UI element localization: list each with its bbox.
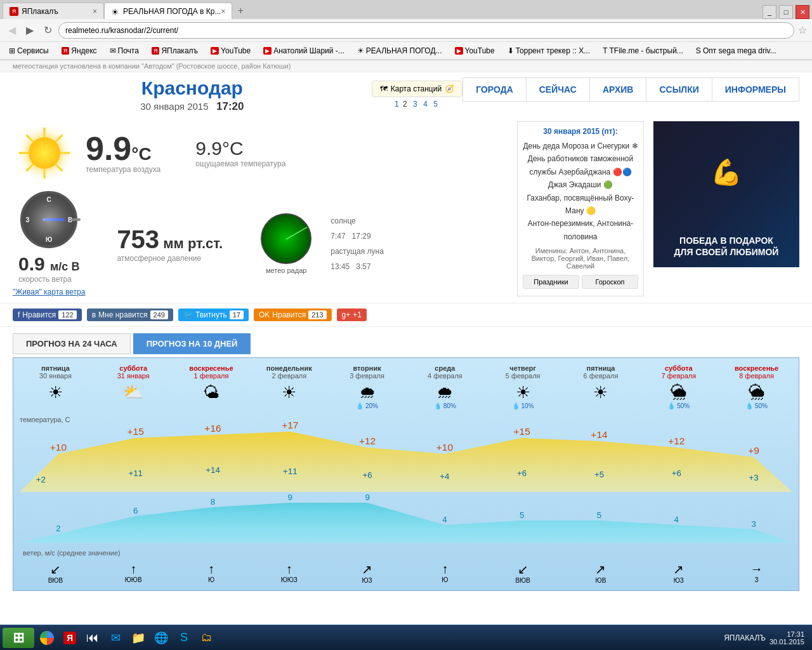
bookmark-yaplakat[interactable]: Я ЯПлакалъ [148, 45, 202, 56]
taskbar-chrome[interactable] [37, 628, 57, 648]
taskbar-explorer[interactable]: 🌐 [151, 628, 171, 648]
map-stations-button[interactable]: 🗺 Карта станций 🧭 [372, 81, 462, 97]
tab-24h[interactable]: ПРОГНОЗ НА 24 ЧАСА [13, 333, 131, 354]
tab-favicon-1: Я [10, 7, 18, 16]
taskbar-prev[interactable]: ⏮ [82, 628, 103, 648]
name-days: Именины: Антон, Антонина, Виктор, Георги… [523, 247, 638, 270]
skype-icon: S [180, 631, 188, 644]
wind-speed-value: 0.9 м/с В [18, 253, 79, 275]
wind-dir-3: ↑ ЮЮЗ [250, 562, 328, 584]
nav-now[interactable]: СЕЙЧАС [527, 78, 590, 101]
tab-close-1[interactable]: × [93, 7, 97, 16]
taskbar-files[interactable]: 🗂 [197, 628, 217, 648]
temp-chart-svg: +10 +15 +16 +17 +12 +10 +15 +14 +12 +9 +… [20, 409, 792, 492]
bookmark-realweather[interactable]: ☀ РЕАЛЬНАЯ ПОГОД... [353, 45, 446, 56]
back-button[interactable]: ◀ [5, 23, 19, 37]
sun-label: солнце [331, 213, 384, 229]
forecast-tabs: ПРОГНОЗ НА 24 ЧАСА ПРОГНОЗ НА 10 ДНЕЙ [13, 333, 799, 354]
nav-cities[interactable]: ГОРОДА [463, 78, 527, 101]
bookmark-youtube1[interactable]: ▶ YouTube [207, 45, 254, 56]
window-close[interactable]: ✕ [796, 5, 809, 19]
facebook-like[interactable]: f Нравится 122 [13, 308, 82, 321]
holidays-button[interactable]: Праздники [523, 275, 579, 289]
ad-image-bg: 💪 [653, 121, 799, 223]
radar-block: метео радар [235, 213, 311, 274]
address-bar[interactable] [58, 22, 794, 39]
ok-like[interactable]: OK Нравится 213 [254, 308, 332, 321]
city-header: Краснодар 30 января 2015 17:20 [13, 77, 372, 113]
taskbar-yandex[interactable]: Я [60, 628, 80, 648]
svg-text:+14: +14 [591, 430, 607, 440]
bookmark-tfile[interactable]: T TFile.me - быстрый... [599, 45, 687, 56]
start-button[interactable]: ⊞ [3, 628, 34, 648]
bookmark-star[interactable]: ☆ [798, 24, 807, 36]
bookmark-label-yt1: YouTube [221, 46, 251, 55]
start-icon: ⊞ [13, 630, 24, 646]
bookmark-label-rw: РЕАЛЬНАЯ ПОГОД... [366, 46, 442, 55]
feels-like-label: ощущаемая температура [195, 159, 285, 168]
wind-directions-row: ↙ ВЮВ ↑ ЮЮВ ↑ Ю ↑ ЮЮЗ ↗ ЮЗ ↑ Ю [16, 562, 796, 584]
fb-icon: f [18, 310, 20, 319]
window-minimize[interactable]: _ [763, 5, 776, 19]
icon-day-8: 🌦 [671, 383, 687, 402]
bookmark-shariy[interactable]: ▶ Анатолий Шарий -... [259, 45, 348, 56]
bookmark-torrent[interactable]: ⬇ Торрент трекер :: Х... [504, 45, 594, 56]
event-5: Антон-перезимник, Антонина-половина [523, 217, 638, 243]
bookmark-label-mail: Почта [118, 46, 139, 55]
icon-day-4: 🌧 [359, 383, 376, 402]
nav-informers[interactable]: ИНФОРМЕРЫ [712, 78, 799, 101]
weather-bottom: С Ю З В 0.9 м/с В [13, 191, 504, 296]
tab-close-2[interactable]: × [221, 7, 225, 16]
bookmark-yandex[interactable]: Я Яндекс [58, 45, 101, 56]
gplus-btn[interactable]: g+ +1 [337, 308, 367, 321]
svg-text:+6: +6 [363, 472, 372, 480]
event-4: Гаханбар, посвящённый Воху-Ману 🟡 [523, 192, 638, 218]
icon-day-9: 🌦 [749, 383, 765, 402]
bookmark-sega[interactable]: S Опт sega mega driv... [692, 45, 780, 56]
new-tab-button[interactable]: + [232, 3, 249, 19]
wind-block: 0.9 м/с В скорость ветра [18, 253, 79, 284]
folder-icon: 📁 [131, 631, 145, 645]
bookmark-mail[interactable]: ✉ Почта [106, 45, 143, 56]
icon-day-1: ⛅ [123, 383, 143, 402]
forecast-day-7: пятница 6 февраля [562, 364, 640, 380]
tab-yaplakat[interactable]: Я ЯПлакалъ × [3, 3, 104, 19]
taskbar-mail[interactable]: ✉ [105, 628, 126, 648]
reload-button[interactable]: ↻ [41, 23, 55, 37]
svg-text:+6: +6 [672, 470, 681, 478]
window-maximize[interactable]: □ [779, 5, 793, 19]
vk-like[interactable]: в Мне нравится 249 [87, 308, 173, 321]
tab-10days[interactable]: ПРОГНОЗ НА 10 ДНЕЙ [133, 333, 251, 354]
forward-button[interactable]: ▶ [23, 23, 37, 37]
bookmarks-bar: ⊞ Сервисы Я Яндекс ✉ Почта Я ЯПлакалъ ▶ … [0, 42, 812, 60]
forecast-section: ПРОГНОЗ НА 24 ЧАСА ПРОГНОЗ НА 10 ДНЕЙ [0, 327, 812, 357]
nav-archive[interactable]: АРХИВ [590, 78, 646, 101]
wind-speed-label: скорость ветра [18, 275, 79, 284]
svg-text:+15: +15 [514, 427, 530, 437]
taskbar-folder[interactable]: 📁 [128, 628, 148, 648]
nav-links[interactable]: ССЫЛКИ [646, 78, 712, 101]
city-name: Краснодар [141, 77, 243, 99]
ok-count: 213 [308, 310, 326, 319]
radar-display[interactable] [261, 213, 311, 264]
wind-map-link[interactable]: "Живая" карта ветра [13, 287, 85, 296]
event-3: Джая Экадаши 🟢 [523, 178, 638, 191]
tab-weather[interactable]: ☀ РЕАЛЬНАЯ ПОГОДА в Кр... × [104, 3, 232, 19]
ad-image[interactable]: 💪 ПОБЕДА В ПОДАРОКДЛЯ СВОЕЙ ЛЮБИМОЙ [653, 121, 799, 267]
bookmark-label-yandex: Яндекс [71, 46, 96, 55]
top-navigation: ГОРОДА СЕЙЧАС АРХИВ ССЫЛКИ ИНФОРМЕРЫ [462, 77, 799, 102]
taskbar-skype[interactable]: S [174, 628, 194, 648]
svg-text:+10: +10 [436, 443, 453, 453]
wind-dir-2: ↑ Ю [173, 562, 251, 584]
city-date: 30 января 2015 17:20 [140, 100, 244, 113]
wind-arrow-6: ↙ [518, 562, 528, 577]
tfile-favicon: T [603, 46, 607, 55]
bookmark-youtube2[interactable]: ▶ YouTube [451, 45, 499, 56]
bookmark-services[interactable]: ⊞ Сервисы [5, 45, 53, 56]
wind-arrow-5: ↑ [442, 562, 448, 576]
events-list: День деда Мороза и Снегурки ❄ День работ… [523, 140, 638, 243]
horoscope-button[interactable]: Гороскоп [582, 275, 638, 289]
twitter-btn[interactable]: 🐦 Твитнуть 17 [178, 308, 249, 321]
svg-text:4: 4 [442, 516, 447, 524]
forecast-icons-row: ☀ ⛅ 🌤 ☀ 🌧💧 20% 🌧💧 80% ☀💧 10% ☀ 🌦💧 50% 🌦💧… [16, 383, 796, 409]
